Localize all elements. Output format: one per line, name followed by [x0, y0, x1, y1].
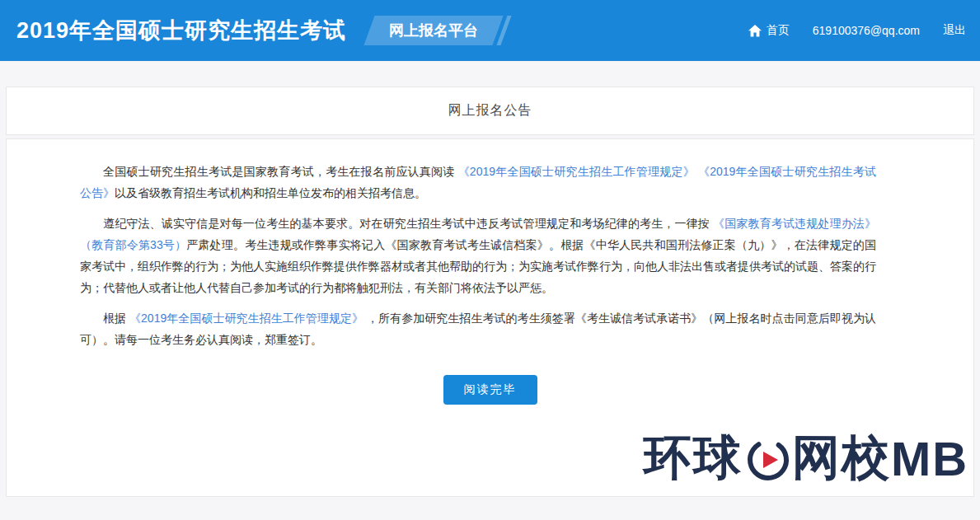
paragraph: 根据 《2019年全国硕士研究生招生工作管理规定》 ，所有参加研究生招生考试的考… [80, 307, 876, 350]
announcement-body: 全国硕士研究生招生考试是国家教育考试，考生在报名前应认真阅读 《2019年全国硕… [80, 161, 876, 350]
nav-home[interactable]: 首页 [748, 23, 790, 38]
home-icon [748, 25, 762, 37]
inline-link[interactable]: 《2019年全国硕士研究生招生工作管理规定》 [129, 312, 363, 325]
site-title: 2019年全国硕士研究生招生考试 [16, 16, 346, 45]
platform-badge-label: 网上报名平台 [389, 21, 478, 40]
inline-link[interactable]: 《2019年全国硕士研究生招生工作管理规定》 [458, 165, 695, 178]
page-title: 网上报名公告 [448, 102, 532, 119]
user-email: 619100376@qq.com [813, 24, 920, 37]
read-complete-button[interactable]: 阅读完毕 [443, 375, 537, 405]
header: 2019年全国硕士研究生招生考试 网上报名平台 首页 619100376@qq.… [0, 0, 980, 61]
header-nav: 首页 619100376@qq.com 退出 [748, 23, 980, 38]
paragraph-text: 严肃处理。考生违规或作弊事实将记入《国家教育考试考生诚信档案》。根据《中华人民共… [80, 238, 876, 294]
button-row: 阅读完毕 [7, 375, 973, 405]
paragraph-text: 根据 [103, 312, 129, 325]
paragraph: 遵纪守法、诚实守信是对每一位考生的基本要求。对在研究生招生考试中违反考试管理规定… [80, 213, 876, 298]
announcement-panel: 全国硕士研究生招生考试是国家教育考试，考生在报名前应认真阅读 《2019年全国硕… [6, 138, 974, 497]
paragraph-text: 以及省级教育招生考试机构和招生单位发布的相关招考信息。 [115, 186, 426, 199]
nav-home-label: 首页 [767, 23, 790, 38]
paragraph-text: 全国硕士研究生招生考试是国家教育考试，考生在报名前应认真阅读 [103, 165, 458, 178]
nav-logout[interactable]: 退出 [943, 23, 966, 38]
paragraph-text: 遵纪守法、诚实守信是对每一位考生的基本要求。对在研究生招生考试中违反考试管理规定… [103, 217, 713, 230]
paragraph: 全国硕士研究生招生考试是国家教育考试，考生在报名前应认真阅读 《2019年全国硕… [80, 161, 876, 204]
platform-badge: 网上报名平台 [364, 16, 504, 45]
announcement-title-panel: 网上报名公告 [6, 87, 974, 135]
